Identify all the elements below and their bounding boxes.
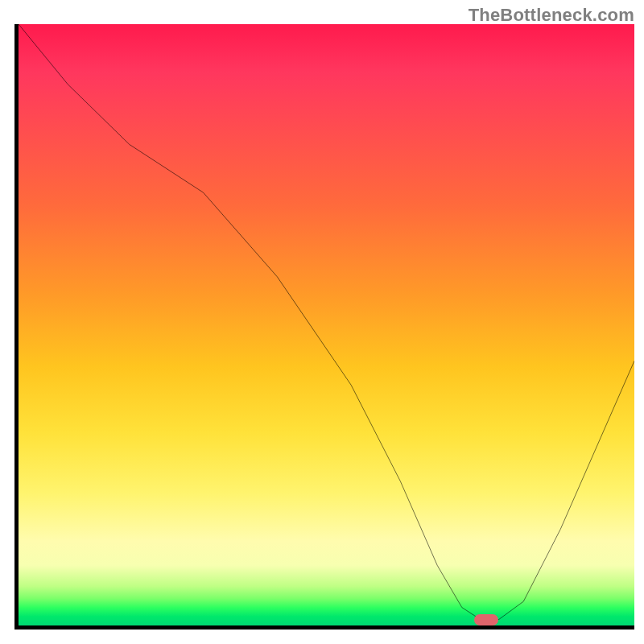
plot-area: [14, 24, 634, 630]
gradient-background: [19, 24, 634, 625]
optimal-marker: [474, 614, 498, 625]
chart-container: TheBottleneck.com: [0, 0, 644, 644]
watermark-text: TheBottleneck.com: [469, 5, 634, 26]
